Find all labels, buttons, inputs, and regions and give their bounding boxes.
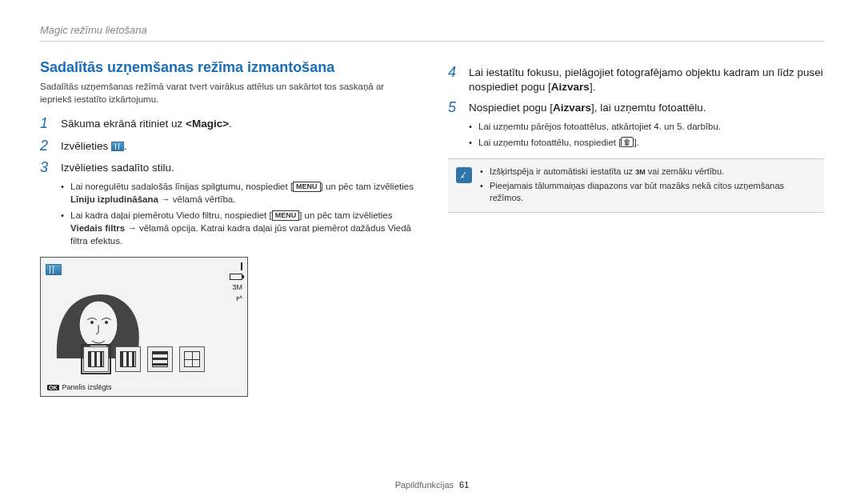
right-column: 4 Lai iestatītu fokusu, pielāgojiet foto… — [448, 59, 824, 397]
step-number: 5 — [448, 99, 462, 117]
signal-icon — [241, 262, 242, 270]
flash-label: ꜰᴬ — [236, 294, 242, 302]
bold: Viedais filtrs — [70, 223, 125, 233]
step-2: 2 Izvēlieties . — [40, 138, 416, 155]
mode-indicator-icon — [46, 262, 62, 274]
resolution-icon: 3M — [635, 167, 646, 178]
caption-text: Panelis izslēgts — [62, 383, 112, 391]
bold: Aizvars — [551, 81, 590, 93]
content-columns: Sadalītās uzņemšanas režīma izmantošana … — [40, 59, 824, 397]
step-1: 1 Sākuma ekrānā ritiniet uz <Magic>. — [40, 115, 416, 133]
t: Lai uzņemtu fotoattēlu, nospiediet [ — [478, 138, 621, 147]
menu-button-icon: MENU — [272, 210, 300, 221]
step-number: 3 — [40, 159, 54, 177]
step-number: 2 — [40, 138, 54, 155]
step-3: 3 Izvēlieties sadalīto stilu. — [40, 159, 416, 177]
note-item: Izšķirtspēja ir automātiski iestatīta uz… — [480, 166, 816, 178]
step-text: Izvēlieties . — [61, 138, 127, 154]
layout-option-vertical-2[interactable] — [115, 346, 141, 372]
step2-text: Izvēlieties — [61, 140, 111, 152]
left-column: Sadalītās uzņemšanas režīma izmantošana … — [40, 59, 416, 397]
step-text: Sākuma ekrānā ritiniet uz <Magic>. — [61, 115, 232, 131]
step1-magic: <Magic> — [186, 118, 229, 130]
step-number: 4 — [448, 64, 462, 82]
t: ]. — [590, 81, 596, 93]
t: Izšķirtspēja ir automātiski iestatīta uz — [490, 166, 635, 176]
t: Lai kadra daļai piemērotu Viedo filtru, … — [70, 210, 272, 220]
note-box: Izšķirtspēja ir automātiski iestatīta uz… — [448, 158, 824, 213]
illustration-caption: OK Panelis izslēgts — [47, 383, 112, 391]
section-intro: Sadalītās uzņemšanas režīmā varat tvert … — [40, 81, 416, 106]
bold: Aizvars — [553, 102, 591, 114]
layout-option-horizontal[interactable] — [147, 346, 173, 372]
t: ], lai uzņemtu fotoattēlu. — [591, 102, 706, 114]
step-text: Nospiediet pogu [Aizvars], lai uzņemtu f… — [469, 99, 706, 115]
t: vai zemāku vērtību. — [646, 166, 724, 176]
split-shot-icon — [111, 142, 124, 151]
sub-item: Lai noregulētu sadalošās līnijas spilgtu… — [61, 180, 416, 206]
step-5-sublist: Lai uzņemtu pārējos fotoattēlus, atkārto… — [469, 120, 824, 149]
t: ] un pēc tam izvēlieties — [299, 210, 392, 220]
section-title: Sadalītās uzņemšanas režīma izmantošana — [40, 59, 416, 76]
t: Lai noregulētu sadalošās līnijas spilgtu… — [70, 182, 293, 191]
note-icon — [456, 167, 472, 183]
step-5: 5 Nospiediet pogu [Aizvars], lai uzņemtu… — [448, 99, 824, 117]
t: vēlamā vērtība. — [173, 194, 236, 204]
step-text: Izvēlieties sadalīto stilu. — [61, 159, 174, 175]
arrow-icon: → — [158, 194, 173, 204]
arrow-icon: → — [125, 223, 139, 233]
step-text: Lai iestatītu fokusu, pielāgojiet fotogr… — [469, 64, 824, 94]
step-3-sublist: Lai noregulētu sadalošās līnijas spilgtu… — [61, 180, 416, 247]
battery-icon — [230, 274, 242, 280]
layout-options — [83, 346, 205, 372]
resolution-label: 3M — [232, 283, 242, 291]
step-4: 4 Lai iestatītu fokusu, pielāgojiet foto… — [448, 64, 824, 94]
trash-icon: 🗑 — [621, 137, 634, 147]
svg-point-1 — [90, 321, 94, 324]
t: Nospiediet pogu [ — [469, 102, 553, 114]
sub-item: Lai uzņemtu fotoattēlu, nospiediet [🗑]. — [469, 136, 824, 149]
note-list: Izšķirtspēja ir automātiski iestatīta uz… — [480, 166, 816, 206]
layout-option-grid[interactable] — [179, 346, 205, 372]
sub-item: Lai uzņemtu pārējos fotoattēlus, atkārto… — [469, 120, 824, 133]
t: ]. — [634, 138, 638, 147]
svg-point-2 — [105, 321, 108, 324]
ok-icon: OK — [47, 385, 59, 390]
t: Lai iestatītu fokusu, pielāgojiet fotogr… — [469, 66, 823, 93]
camera-screen-illustration: 3M ꜰᴬ — [40, 257, 248, 397]
note-item: Pieejamais tālummaiņas diapazons var būt… — [480, 180, 816, 205]
step1-prefix: Sākuma ekrānā ritiniet uz — [61, 118, 186, 130]
menu-button-icon: MENU — [293, 182, 321, 192]
footer-section: Papildfunkcijas — [395, 480, 454, 490]
t: ] un pēc tam izvēlieties — [321, 182, 414, 191]
status-icons: 3M ꜰᴬ — [230, 262, 242, 302]
step1-suffix: . — [229, 118, 232, 130]
step-number: 1 — [40, 115, 54, 133]
breadcrumb: Magic režīmu lietošana — [40, 24, 824, 42]
page-number: 61 — [459, 480, 469, 490]
layout-option-vertical[interactable] — [83, 346, 109, 372]
page-footer: Papildfunkcijas 61 — [0, 480, 864, 490]
bold: Līniju izpludināšana — [70, 194, 158, 204]
sub-item: Lai kadra daļai piemērotu Viedo filtru, … — [61, 209, 416, 247]
